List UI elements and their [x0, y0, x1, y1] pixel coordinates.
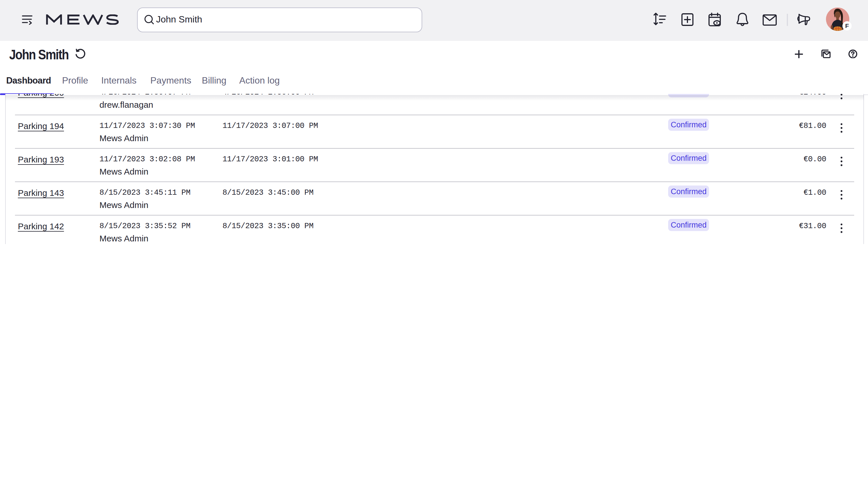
svg-text:F: F: [845, 23, 849, 29]
